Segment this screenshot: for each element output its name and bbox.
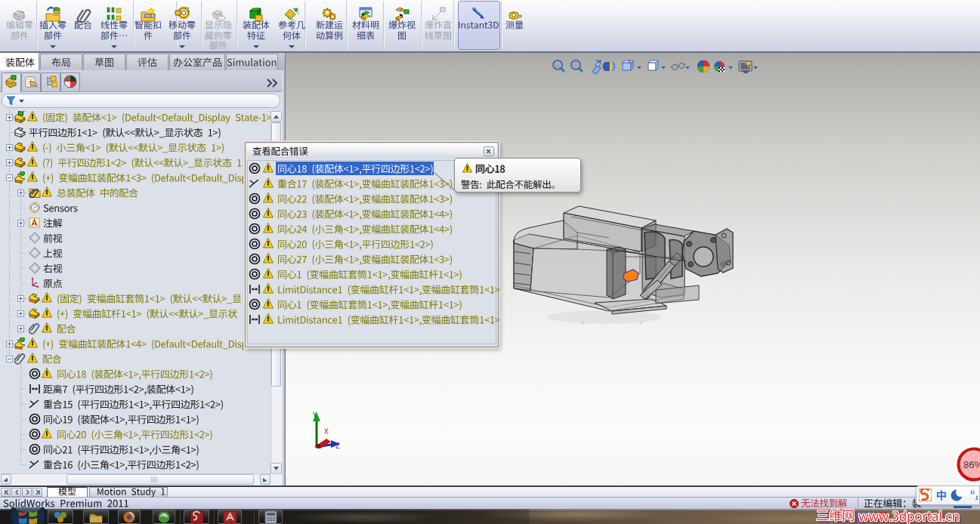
svg-text:86%: 86% — [963, 459, 980, 470]
